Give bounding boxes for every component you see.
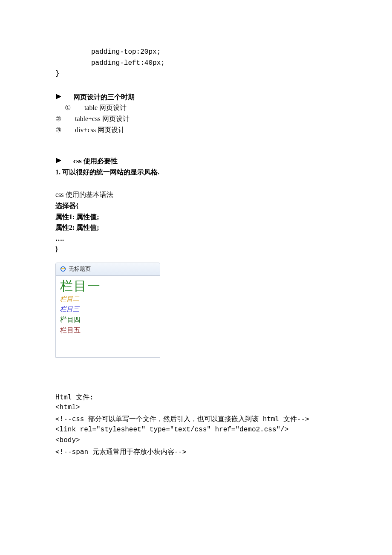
section-css-necessity: ⯈ css 使用必要性 1. 可以很好的统一网站的显示风格. bbox=[55, 156, 337, 177]
column-item-2: 栏目二 bbox=[60, 294, 156, 304]
ordered-text: table 网页设计 bbox=[84, 102, 127, 113]
tab-title: 无标题页 bbox=[69, 265, 91, 274]
code-line: <!--css 部分可以单写一个文件，然后引入，也可以直接嵌入到该 html 文… bbox=[55, 413, 337, 425]
html-file-label: Html 文件: bbox=[55, 392, 337, 403]
ordered-marker: ③ bbox=[55, 124, 61, 136]
ordered-text: div+css 网页设计 bbox=[75, 124, 125, 136]
code-line: <html> bbox=[55, 402, 337, 413]
syntax-line: 选择器{ bbox=[55, 200, 337, 211]
section-title: 网页设计的三个时期 bbox=[73, 92, 135, 103]
bullet-icon: ⯈ bbox=[55, 156, 62, 167]
column-item-5: 栏目五 bbox=[60, 325, 156, 336]
browser-screenshot: 无标题页 栏目一 栏目二 栏目三 栏目四 栏目五 bbox=[55, 263, 160, 358]
css-syntax-block: css 使用的基本语法 选择器{ 属性1: 属性值; 属性2: 属性值; …. … bbox=[55, 189, 337, 255]
html-file-block: Html 文件: <html> <!--css 部分可以单写一个文件，然后引入，… bbox=[55, 392, 337, 457]
code-line: <link rel="stylesheet" type="text/css" h… bbox=[55, 425, 337, 436]
section-three-periods: ⯈ 网页设计的三个时期 ① table 网页设计 ② table+css 网页设… bbox=[55, 92, 337, 135]
section-title: css 使用必要性 bbox=[73, 156, 118, 167]
syntax-title: css 使用的基本语法 bbox=[55, 189, 337, 200]
column-item-3: 栏目三 bbox=[60, 304, 156, 314]
column-item-1: 栏目一 bbox=[60, 278, 156, 294]
ordered-item: ③ div+css 网页设计 bbox=[55, 124, 337, 136]
code-line: padding-left:40px; bbox=[55, 58, 337, 69]
column-item-4: 栏目四 bbox=[60, 314, 156, 325]
ordered-item: ② table+css 网页设计 bbox=[55, 113, 337, 124]
ordered-marker: ② bbox=[55, 113, 61, 124]
syntax-line: 属性1: 属性值; bbox=[55, 211, 337, 223]
bullet-icon: ⯈ bbox=[55, 92, 62, 103]
syntax-line: 属性2: 属性值; bbox=[55, 222, 337, 233]
ie-icon bbox=[60, 266, 66, 272]
syntax-line: } bbox=[55, 244, 337, 255]
syntax-line: …. bbox=[55, 233, 337, 244]
code-line-close: } bbox=[55, 69, 337, 80]
browser-body: 栏目一 栏目二 栏目三 栏目四 栏目五 bbox=[56, 276, 160, 357]
numbered-point: 1. 可以很好的统一网站的显示风格. bbox=[55, 167, 337, 178]
point-number: 1. bbox=[55, 168, 61, 176]
ordered-text: table+css 网页设计 bbox=[75, 113, 130, 124]
ordered-item: ① table 网页设计 bbox=[55, 102, 337, 113]
code-line: padding-top:20px; bbox=[55, 47, 337, 58]
browser-tab: 无标题页 bbox=[56, 263, 160, 276]
ordered-marker: ① bbox=[65, 102, 71, 113]
code-line: <body> bbox=[55, 435, 337, 446]
point-text: 可以很好的统一网站的显示风格. bbox=[62, 168, 159, 176]
code-snippet-top: padding-top:20px; padding-left:40px; } bbox=[55, 47, 337, 80]
code-line: <!--span 元素通常用于存放小块内容--> bbox=[55, 446, 337, 457]
